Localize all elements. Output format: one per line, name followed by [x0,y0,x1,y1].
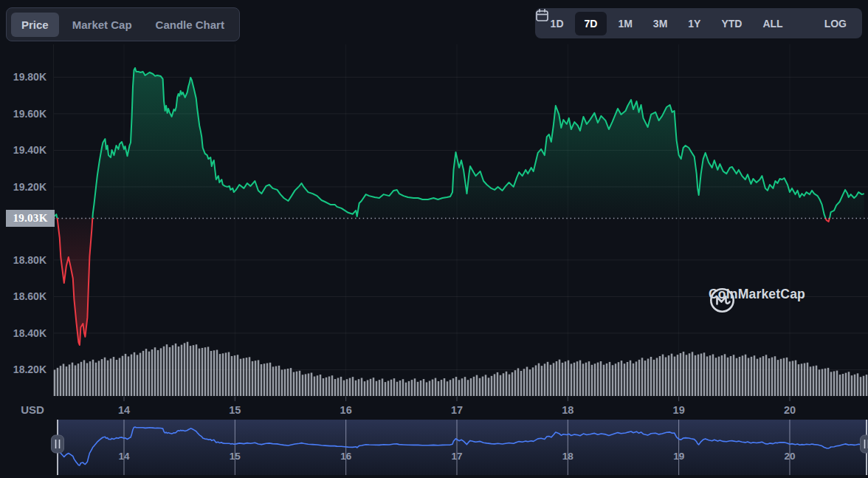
y-tick-label: 18.60K [13,290,46,302]
x-tick-label: 15 [229,404,241,416]
cmc-watermark: CoinMarketCap [709,287,805,302]
x-axis: 14151617181920 [118,397,796,417]
baseline-price-label: 19.03K [6,210,55,227]
navigator-tick-label: 17 [451,451,462,462]
navigator: 14151617181920 [52,420,868,475]
x-tick-label: 18 [562,404,574,416]
calendar-icon [535,8,549,22]
x-tick-label: 16 [340,404,352,416]
navigator-tick-label: 16 [340,451,352,462]
range-7d[interactable]: 7D [575,12,607,35]
chart-type-market-cap[interactable]: Market Cap [62,13,142,37]
coinmarketcap-logo-icon [709,287,736,314]
range-1y[interactable]: 1Y [678,12,710,35]
price-chart-canvas: 19.80K19.60K19.40K19.20K18.80K18.60K18.4… [0,0,868,478]
y-tick-label: 18.40K [13,327,46,339]
y-tick-label: 18.80K [13,254,46,266]
x-tick-label: 19 [673,404,685,416]
x-tick-label: 20 [784,404,796,416]
range-1m[interactable]: 1M [608,12,641,35]
range-all[interactable]: ALL [753,12,792,35]
navigator-tick-label: 20 [784,451,795,462]
y-tick-label: 18.20K [13,363,46,375]
navigator-tick-label: 14 [118,451,130,462]
chart-type-candle-chart[interactable]: Candle Chart [145,13,235,37]
range-switcher: 1D7D1M3M1YYTDALLLOG [535,8,862,38]
x-tick-label: 17 [451,404,463,416]
plot-area[interactable] [54,44,868,396]
chart-type-price[interactable]: Price [11,13,59,37]
x-tick-label: 14 [118,404,130,416]
range-ytd[interactable]: YTD [712,12,751,35]
y-tick-label: 19.40K [13,144,46,156]
range-log[interactable]: LOG [815,12,856,35]
navigator-tick-label: 19 [673,451,684,462]
y-tick-label: 19.60K [13,108,46,120]
navigator-track[interactable] [58,420,868,475]
y-tick-label: 19.20K [13,181,46,193]
calendar-icon[interactable] [794,18,813,30]
currency-label: USD [16,403,49,416]
chart-widget: 19.80K19.60K19.40K19.20K18.80K18.60K18.4… [0,0,868,478]
chart-type-switcher: PriceMarket CapCandle Chart [6,7,240,41]
range-3m[interactable]: 3M [644,12,677,35]
navigator-tick-label: 15 [230,451,241,462]
navigator-tick-label: 18 [562,451,574,462]
navigator-left-handle-grip [52,435,64,453]
y-tick-label: 19.80K [13,71,46,83]
